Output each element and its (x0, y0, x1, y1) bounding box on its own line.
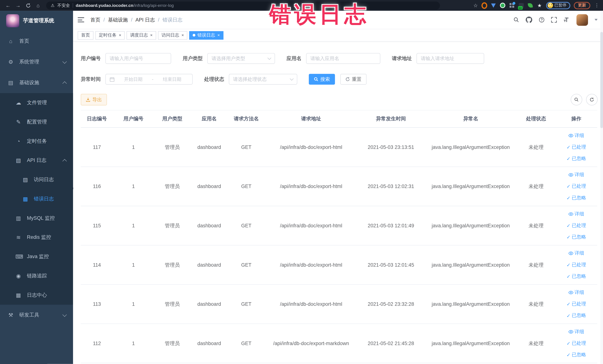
font-size-icon[interactable] (563, 17, 570, 23)
breadcrumb-item[interactable]: 基础设施 (108, 16, 128, 23)
export-button[interactable]: 导出 (81, 94, 107, 105)
mark-ignored-link[interactable]: ✓已忽略 (567, 195, 586, 201)
mark-processed-link[interactable]: ✓已处理 (567, 183, 586, 190)
page-scrollbar[interactable] (600, 11, 603, 364)
extension-icon-orange[interactable] (481, 2, 487, 8)
browser-home-icon[interactable]: ⌂ (34, 1, 42, 10)
mark-processed-link[interactable]: ✓已处理 (567, 222, 586, 229)
user-id-input[interactable] (105, 53, 171, 64)
table-toolbar: 导出 (81, 94, 598, 105)
browser-update-button[interactable]: 更新 (574, 2, 590, 9)
close-icon[interactable]: × (217, 33, 220, 37)
sidebar-item-home[interactable]: ⌂首页 (0, 31, 73, 52)
date-range-picker[interactable]: 开始日期 - 结束日期 (105, 74, 193, 84)
mark-ignored-link[interactable]: ✓已忽略 (567, 312, 586, 319)
github-icon[interactable] (526, 16, 532, 23)
chevron-down-icon (267, 56, 271, 60)
close-icon[interactable]: × (182, 33, 184, 37)
fullscreen-icon[interactable] (551, 17, 557, 23)
detail-link[interactable]: 详细 (568, 289, 584, 296)
mark-processed-link[interactable]: ✓已处理 (567, 262, 586, 268)
app-logo[interactable]: 芋道管理系统 (0, 11, 73, 31)
user-type-select[interactable]: 请选择用户类型 (207, 53, 275, 64)
close-icon[interactable]: × (119, 33, 121, 37)
tag-item[interactable]: 访问日志× (158, 31, 187, 39)
sidebar-item-infrastructure[interactable]: ▤基础设施 (0, 72, 73, 93)
row-actions: 详细✓已处理✓已忽略 (557, 211, 596, 240)
sidebar-item-link-tracing[interactable]: ◉链路追踪 (0, 266, 73, 286)
sidebar-item-java-monitor[interactable]: ⌨Java 监控 (0, 247, 73, 266)
detail-link[interactable]: 详细 (568, 172, 584, 178)
cell-status: 未处理 (517, 206, 555, 245)
sidebar-item-error-log[interactable]: ▩错误日志 (0, 189, 73, 209)
browser-back-icon[interactable]: ← (4, 1, 12, 10)
address-bar[interactable]: ⚠ 不安全 dashboard.yudao.iocoder.cn/infra/l… (46, 1, 440, 10)
tag-item[interactable]: 首页 (78, 31, 93, 39)
detail-link[interactable]: 详细 (568, 132, 584, 139)
sidebar-item-access-log[interactable]: ▨访问日志 (0, 170, 73, 189)
search-button[interactable]: 搜索 (309, 74, 335, 84)
sidebar-item-scheduled-tasks[interactable]: ◔定时任务 (0, 132, 73, 151)
breadcrumb-item[interactable]: 首页 (91, 16, 101, 23)
reset-button[interactable]: 重置 (340, 74, 366, 84)
extension-icon-leaf[interactable] (527, 2, 533, 8)
extension-icon-on-switch[interactable]: on (518, 2, 524, 8)
detail-link[interactable]: 详细 (568, 211, 584, 217)
tag-label: 定时任务 (99, 32, 116, 38)
screen: ← → ⌂ ⚠ 不安全 dashboard.yudao.iocoder.cn/i… (0, 0, 603, 364)
extension-icon-vue[interactable] (500, 2, 506, 8)
table-row: 1151管理员dashboardGET/api/infra/db-doc/exp… (81, 206, 597, 245)
mark-ignored-link[interactable]: ✓已忽略 (567, 273, 586, 280)
sidebar-item-file-management[interactable]: ☁文件管理 (0, 93, 73, 112)
hamburger-icon[interactable] (78, 17, 84, 22)
help-icon[interactable] (539, 17, 545, 23)
detail-link[interactable]: 详细 (568, 250, 584, 257)
extension-icon-shield[interactable] (490, 2, 496, 8)
row-actions: 详细✓已处理✓已忽略 (557, 132, 596, 162)
app-name-input[interactable] (306, 53, 380, 64)
sidebar-item-redis-monitor[interactable]: ≋Redis 监控 (0, 228, 73, 247)
tag-item[interactable]: 定时任务× (95, 31, 125, 39)
search-button-label: 搜索 (320, 76, 330, 82)
mark-processed-link[interactable]: ✓已处理 (567, 340, 586, 347)
user-avatar[interactable] (577, 14, 588, 26)
avatar-caret-icon[interactable] (594, 19, 598, 21)
mark-ignored-link[interactable]: ✓已忽略 (567, 352, 586, 358)
download-icon (86, 97, 91, 102)
cell-user-id: 1 (113, 206, 154, 245)
mark-processed-link[interactable]: ✓已处理 (567, 144, 586, 150)
paused-extension-badge[interactable]: 已暂停 (546, 2, 570, 9)
switch-icon: on (519, 3, 524, 8)
sidebar-item-log-center[interactable]: ▦日志中心 (0, 285, 73, 305)
detail-link[interactable]: 详细 (568, 329, 584, 335)
tag-active[interactable]: 错误日志× (189, 31, 223, 39)
sidebar-item-system-management[interactable]: ⚙系统管理 (0, 52, 73, 72)
close-icon[interactable]: × (150, 33, 152, 37)
browser-actions: ☆ on ★ 已暂停 更新 ⋮ (474, 2, 599, 9)
check-icon: ✓ (567, 184, 570, 189)
mark-processed-link[interactable]: ✓已处理 (567, 301, 586, 307)
mark-ignored-link[interactable]: ✓已忽略 (567, 234, 586, 240)
cell-actions: 详细✓已处理✓已忽略 (555, 167, 597, 206)
browser-forward-icon[interactable]: → (14, 1, 23, 10)
breadcrumb-item[interactable]: API 日志 (136, 16, 155, 23)
sidebar-item-config-management[interactable]: ✎配置管理 (0, 112, 73, 132)
mark-ignored-link[interactable]: ✓已忽略 (567, 155, 586, 162)
timer-icon: ◔ (15, 138, 22, 144)
search-icon[interactable] (513, 17, 519, 23)
browser-menu-icon[interactable]: ⋮ (594, 3, 599, 8)
toggle-search-button[interactable] (571, 94, 582, 105)
extension-icon-star[interactable]: ★ (537, 2, 542, 8)
process-status-select[interactable]: 请选择处理状态 (229, 74, 297, 84)
bookmark-star-icon[interactable]: ☆ (474, 2, 478, 8)
request-url-input[interactable] (417, 53, 484, 64)
sidebar-item-api-log[interactable]: ▧API 日志 (0, 151, 73, 170)
check-icon: ✓ (567, 352, 570, 358)
refresh-table-button[interactable] (586, 94, 598, 105)
scrollbar-thumb[interactable] (600, 32, 603, 128)
extension-icon-grid[interactable] (509, 2, 515, 8)
sidebar-item-mysql-monitor[interactable]: ▥MySQL 监控 (0, 208, 73, 228)
tag-item[interactable]: 调度日志× (127, 31, 156, 39)
browser-reload-icon[interactable] (24, 1, 33, 10)
sidebar-item-dev-tools[interactable]: ⚒研发工具 (0, 305, 73, 325)
